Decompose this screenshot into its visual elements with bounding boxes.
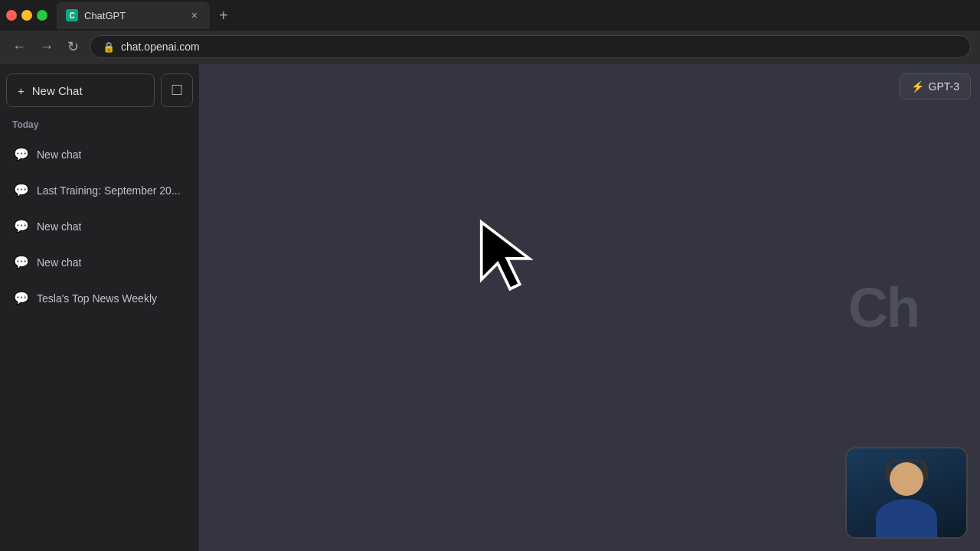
- minimize-window-button[interactable]: [21, 10, 32, 21]
- chat-bubble-icon-3: 💬: [14, 255, 29, 269]
- sidebar-toggle-icon: ☐: [171, 83, 183, 98]
- url-text: chat.openai.com: [121, 41, 200, 53]
- person-head: [890, 462, 923, 496]
- svg-marker-0: [482, 222, 530, 289]
- content-area: ⚡ GPT-3 Ch: [199, 64, 980, 551]
- webcam-person: [847, 448, 966, 537]
- person-body: [876, 499, 937, 537]
- browser-chrome: C ChatGPT × + ← → ↻ 🔒 chat.openai.com: [0, 0, 980, 64]
- content-header: ⚡ GPT-3: [900, 73, 971, 99]
- close-window-button[interactable]: [6, 10, 17, 21]
- active-tab[interactable]: C ChatGPT ×: [57, 2, 210, 29]
- chat-item-1[interactable]: 💬 Last Training: September 20...: [6, 175, 193, 205]
- chat-bubble-icon-2: 💬: [14, 219, 29, 233]
- maximize-window-button[interactable]: [37, 10, 47, 21]
- address-bar[interactable]: 🔒 chat.openai.com: [90, 35, 971, 58]
- sidebar: + New Chat ☐ Today 💬 New chat 💬 Last Tra…: [0, 64, 199, 551]
- webcam-overlay: [845, 447, 968, 539]
- chat-item-2[interactable]: 💬 New chat: [6, 211, 193, 241]
- today-section-label: Today: [6, 116, 193, 133]
- address-bar-row: ← → ↻ 🔒 chat.openai.com: [0, 31, 980, 64]
- new-chat-plus-icon: +: [18, 84, 24, 97]
- chat-label-4: Tesla's Top News Weekly: [37, 292, 157, 305]
- cursor-overlay: [475, 217, 536, 297]
- tab-close-button[interactable]: ×: [188, 8, 201, 23]
- lightning-icon: ⚡: [911, 80, 924, 93]
- sidebar-top: + New Chat ☐: [6, 73, 193, 107]
- main-area: + New Chat ☐ Today 💬 New chat 💬 Last Tra…: [0, 64, 980, 551]
- tab-title: ChatGPT: [84, 10, 126, 21]
- tab-favicon: C: [66, 9, 78, 21]
- chat-bubble-icon-0: 💬: [14, 147, 29, 161]
- content-title-partial: Ch: [848, 276, 919, 339]
- chat-bubble-icon-1: 💬: [14, 183, 29, 197]
- new-chat-label: New Chat: [32, 84, 83, 97]
- back-button[interactable]: ←: [9, 36, 29, 58]
- chat-label-2: New chat: [37, 220, 81, 233]
- forward-button[interactable]: →: [37, 36, 57, 58]
- chat-bubble-icon-4: 💬: [14, 291, 29, 305]
- gpt-badge-label: GPT-3: [929, 80, 959, 93]
- tab-bar: C ChatGPT × +: [0, 0, 980, 31]
- lock-icon: 🔒: [103, 41, 115, 53]
- chat-label-0: New chat: [37, 148, 81, 161]
- new-chat-button[interactable]: + New Chat: [6, 73, 155, 107]
- refresh-button[interactable]: ↻: [64, 35, 82, 58]
- chat-item-3[interactable]: 💬 New chat: [6, 247, 193, 277]
- gpt-badge[interactable]: ⚡ GPT-3: [900, 73, 971, 99]
- chat-label-1: Last Training: September 20...: [37, 184, 181, 197]
- window-controls: [6, 10, 47, 21]
- sidebar-toggle-button[interactable]: ☐: [161, 73, 193, 107]
- new-tab-button[interactable]: +: [213, 4, 234, 28]
- chat-item-4[interactable]: 💬 Tesla's Top News Weekly: [6, 283, 193, 313]
- chat-item-0[interactable]: 💬 New chat: [6, 139, 193, 169]
- chat-label-3: New chat: [37, 256, 81, 269]
